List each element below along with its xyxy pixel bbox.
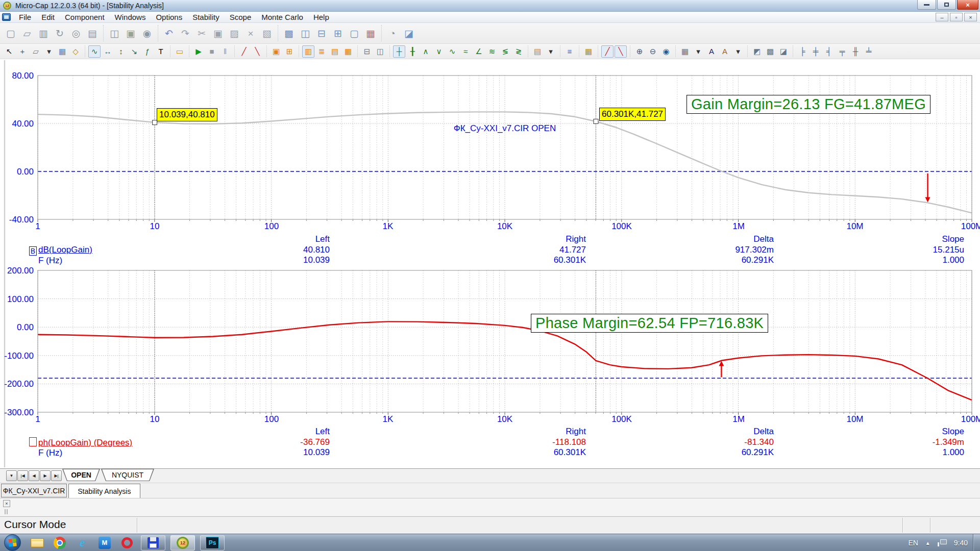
pause-button[interactable]: ‖ xyxy=(219,45,231,58)
cut-button[interactable]: ✂ xyxy=(194,26,209,41)
find-file-button[interactable]: ◎ xyxy=(68,26,84,41)
waveform-tool-button[interactable]: ∿ xyxy=(88,45,101,58)
numeric-output-button[interactable]: ≡ xyxy=(564,45,576,58)
slope-positive-button[interactable]: ╱ xyxy=(238,45,250,58)
align-bottom-button[interactable]: ╧ xyxy=(863,45,875,58)
tray-expand-icon[interactable]: ▲ xyxy=(925,540,930,546)
network-icon[interactable] xyxy=(938,539,947,546)
component-panel-button[interactable]: ◫ xyxy=(107,26,122,41)
undo-button[interactable]: ↶ xyxy=(161,26,177,41)
menu-stability[interactable]: Stability xyxy=(187,12,225,22)
properties-button[interactable]: ▭ xyxy=(174,45,186,58)
split-horizontal-button[interactable]: ⊟ xyxy=(361,45,373,58)
font-button[interactable]: A xyxy=(705,45,718,58)
file-tab-analysis[interactable]: Stability Analysis xyxy=(68,484,140,498)
animate-button[interactable]: ◔ xyxy=(385,26,400,41)
cursor-select-button[interactable]: ┼ xyxy=(393,45,405,58)
taskbar-photoshop-button[interactable]: Ps xyxy=(200,535,225,550)
run-button[interactable]: ▶ xyxy=(192,45,205,58)
pane-grip[interactable] xyxy=(5,509,6,514)
formula-tool-button[interactable]: ƒ xyxy=(141,45,154,58)
grid-options-button[interactable]: ▦ xyxy=(679,45,691,58)
bring-front-button[interactable]: ▩ xyxy=(764,45,776,58)
taskbar-floppy-tool-button[interactable] xyxy=(141,535,165,550)
menu-component[interactable]: Component xyxy=(60,12,110,22)
previous-page-button[interactable]: ◀ xyxy=(29,470,39,481)
go-to-peak-button[interactable]: ∧ xyxy=(420,45,432,58)
component-drag-button[interactable]: ▱ xyxy=(30,45,42,58)
component-dropdown-button[interactable]: ▾ xyxy=(43,45,55,58)
open-button[interactable]: ▱ xyxy=(19,26,35,41)
scale-y-button[interactable]: ↕ xyxy=(115,45,127,58)
mdi-restore-button[interactable]: ▫ xyxy=(950,13,963,21)
scale-x-button[interactable]: ↔ xyxy=(102,45,114,58)
sheet-tab-nyquist[interactable]: NYQUIST xyxy=(101,469,154,481)
new-button[interactable]: ▢ xyxy=(3,26,18,41)
font-color-button[interactable]: A xyxy=(719,45,731,58)
close-button[interactable]: × xyxy=(957,0,978,10)
auto-scale-button[interactable]: ⊞ xyxy=(283,45,296,58)
go-to-envelope-button[interactable]: ≋ xyxy=(486,45,498,58)
go-to-low-button[interactable]: ≶ xyxy=(499,45,511,58)
pan-hand-button[interactable]: + xyxy=(16,45,29,58)
plot-overlay-button[interactable]: ▦ xyxy=(342,45,354,58)
go-to-inflection-button[interactable]: ≈ xyxy=(459,45,472,58)
plot-group-button[interactable]: ▤ xyxy=(329,45,341,58)
clipboard-dropdown-button[interactable]: ▾ xyxy=(545,45,557,58)
paste-button[interactable]: ▨ xyxy=(227,26,242,41)
zoom-out-button[interactable]: ⊖ xyxy=(647,45,659,58)
align-left-button[interactable]: ╞ xyxy=(796,45,808,58)
mdi-close-button[interactable]: × xyxy=(964,13,977,21)
taskbar-opera-button[interactable] xyxy=(117,535,137,550)
file-tab-circuit[interactable]: ФК_Cy-XXI_v7.CIR xyxy=(1,484,67,497)
restore-button[interactable] xyxy=(937,0,956,10)
menu-scope[interactable]: Scope xyxy=(225,12,257,22)
zoom-percent-button[interactable]: ◉ xyxy=(660,45,672,58)
stop-button[interactable]: ■ xyxy=(206,45,218,58)
track-tool-button[interactable]: ↘ xyxy=(128,45,140,58)
menu-monte-carlo[interactable]: Monte Carlo xyxy=(256,12,308,22)
go-to-wave-button[interactable]: ∿ xyxy=(446,45,458,58)
align-center-button[interactable]: ╪ xyxy=(810,45,822,58)
align-top-button[interactable]: ╤ xyxy=(836,45,848,58)
active-window-button[interactable]: ◪ xyxy=(401,26,416,41)
box-select-button[interactable]: ▧ xyxy=(259,26,275,41)
mdi-minimize-button[interactable]: – xyxy=(936,13,948,21)
last-page-button[interactable]: ▶| xyxy=(51,470,62,481)
plot-horizontal-button[interactable]: ≣ xyxy=(315,45,328,58)
language-indicator[interactable]: EN xyxy=(908,539,918,547)
taskbar-explorer-button[interactable] xyxy=(27,535,47,550)
taskbar-internet-explorer-button[interactable]: e xyxy=(72,535,92,550)
copy-to-clipboard-button[interactable]: ▤ xyxy=(531,45,544,58)
first-page-button[interactable]: |◀ xyxy=(17,470,28,481)
menu-help[interactable]: Help xyxy=(308,12,334,22)
grid-dropdown-button[interactable]: ▾ xyxy=(692,45,704,58)
document-icon[interactable] xyxy=(2,13,11,21)
menu-edit[interactable]: Edit xyxy=(36,12,60,22)
maximize-windows-button[interactable]: ▢ xyxy=(347,26,362,41)
go-to-high-button[interactable]: ≷ xyxy=(512,45,525,58)
revert-button[interactable]: ↻ xyxy=(52,26,67,41)
polygon-tool-button[interactable]: ◇ xyxy=(69,45,82,58)
delete-button[interactable]: × xyxy=(243,26,258,41)
send-back-button[interactable]: ◪ xyxy=(777,45,790,58)
go-to-valley-button[interactable]: ∨ xyxy=(433,45,445,58)
cursor-step-button[interactable]: ╂ xyxy=(406,45,419,58)
split-vertical-button[interactable]: ◫ xyxy=(374,45,386,58)
tab-list-dropdown-button[interactable]: ▼ xyxy=(6,470,17,481)
attributes-button[interactable]: ▣ xyxy=(123,26,138,41)
plot-vertical-button[interactable]: ▥ xyxy=(302,45,314,58)
copy-button[interactable]: ▣ xyxy=(210,26,226,41)
redo-button[interactable]: ↷ xyxy=(178,26,193,41)
tile-horizontal-button[interactable]: ⊟ xyxy=(314,26,329,41)
save-button[interactable]: ▥ xyxy=(36,26,51,41)
sheet-tab-open[interactable]: OPEN xyxy=(62,469,100,481)
scale-region-button[interactable]: ▣ xyxy=(270,45,282,58)
tile-vertical-button[interactable]: ◫ xyxy=(298,26,313,41)
go-to-slope-button[interactable]: ∠ xyxy=(473,45,485,58)
web-button[interactable]: ◉ xyxy=(139,26,155,41)
print-button[interactable]: ▤ xyxy=(85,26,100,41)
show-desktop-button[interactable] xyxy=(973,534,980,551)
cascade-windows-button[interactable]: ▩ xyxy=(281,26,297,41)
slope-negative-button[interactable]: ╲ xyxy=(251,45,263,58)
